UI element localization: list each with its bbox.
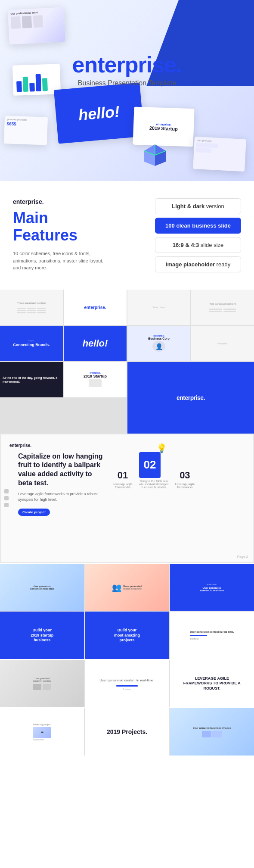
- badge-light-dark: Light & dark version: [155, 198, 241, 214]
- features-logo: enterprise.: [13, 198, 142, 205]
- features-heading: Main Features: [13, 209, 142, 244]
- slide-mockup-team: Our professional team: [8, 7, 65, 45]
- hero-section: Our professional team generated price ta…: [0, 0, 254, 181]
- hero-product-name: enterprise.: [72, 52, 182, 78]
- grid-item-two-paragraph: Two paragraph content: [191, 290, 254, 325]
- social-icon-1: [4, 489, 9, 493]
- slide-mockup-startup: enterprise. 2019 Startup: [133, 107, 195, 147]
- social-icon-2: [4, 496, 9, 500]
- startup-year: 2019 Startup: [149, 125, 178, 131]
- slide-mockup-hello: hello!: [54, 83, 144, 144]
- grid-item-empty-2: enterprise.: [191, 326, 254, 361]
- grid-item4-amazing-project: Amazing project 🖥️: [0, 708, 84, 756]
- hero-title: enterprise. Business Presentation Templa…: [72, 52, 182, 87]
- page-number: Page 2: [237, 555, 248, 559]
- features-section: enterprise. Main Features 10 color schem…: [0, 181, 254, 290]
- hero-title-text: enterprise: [72, 52, 176, 77]
- grid-item-enterprise-logo: enterprise.: [64, 290, 127, 325]
- lm-content-area: Capitalize on low hanging fruit to ident…: [18, 452, 253, 516]
- grid-item-startup-2019: enterprise. 2019 Startup: [64, 362, 127, 397]
- grid-item-empty-1: Project Items: [127, 290, 190, 325]
- grid-item2-user-gen-rt: User generated content in real-time. Bus…: [170, 612, 254, 659]
- grid-item2-user-gen-1: User generated content in real-time: [0, 564, 84, 611]
- hero-subtitle: Business Presentation Template: [72, 79, 182, 87]
- features-description: 10 color schemes, free icons & fonts,ani…: [13, 250, 142, 272]
- grid-item-enterprise-blue: enterprise.: [127, 362, 254, 433]
- grid-item2-user-gen-3: enterprise. User generated content in re…: [170, 564, 254, 611]
- hero-title-dot: .: [176, 52, 182, 77]
- badge-image-placeholder: Image placeholder ready: [155, 256, 241, 272]
- grid-item3-user-gen-rt: User generated content in real-time. Bus…: [85, 660, 169, 707]
- grid-item-connecting-brands: enterprise. Connecting Brands.: [0, 326, 63, 361]
- grid-item3-image-1: User generated content in real-time: [0, 660, 84, 707]
- lightbulb-icon: 💡: [156, 443, 167, 453]
- badge-100-slides: 100 clean business slide: [155, 218, 241, 234]
- slide-grid-2: User generated content in real-time 👥 Us…: [0, 564, 254, 659]
- badge-slide-size: 16:9 & 4:3 slide size: [155, 237, 241, 253]
- lm-logo: enterprise.: [9, 443, 31, 448]
- grid-item-three-paragraph: Three paragraph content: [0, 290, 63, 325]
- hello-text: hello!: [77, 102, 120, 124]
- lm-num-02: 02 Bring to the table winwin survival st…: [139, 452, 168, 489]
- features-left-panel: enterprise. Main Features 10 color schem…: [13, 198, 142, 272]
- lm-description: Leverage agile frameworks to provide a r…: [18, 491, 104, 503]
- grid-item2-build-startup: Build your2019 startupbusiness: [0, 612, 84, 659]
- lm-heading: Capitalize on low hanging fruit to ident…: [18, 452, 104, 488]
- grid-item-hello: hello!: [64, 326, 127, 361]
- large-mockup-section: enterprise. 💡 Capitalize on low hanging …: [0, 434, 254, 563]
- lm-social-icons: [4, 489, 9, 507]
- slide-grid-4: Amazing project 🖥️ 2019 Projects. Your a…: [0, 708, 254, 756]
- lm-numbers-block: 01 Leverage agileframeworks 02 Bring to …: [113, 452, 195, 489]
- slide-grid-1: Three paragraph content: [0, 290, 254, 434]
- grid-item4-2019-projects: 2019 Projects.: [85, 708, 169, 756]
- grid-item3-leverage: LEVERAGE AGILEFRAMEWORKS TO PROVIDE AROB…: [170, 660, 254, 707]
- grid-item2-build-projects: Build yourmost amazingprojects: [85, 612, 169, 659]
- features-heading-line2: Features: [13, 226, 77, 244]
- lm-num-01: 01 Leverage agileframeworks: [113, 470, 133, 489]
- social-icon-3: [4, 503, 9, 507]
- grid-item4-business-images: Your amazing business images: [170, 708, 254, 756]
- grid-item-dark-text: At the end of the day, going forward, a …: [0, 362, 63, 397]
- shape-3d-icon: [142, 142, 168, 168]
- slide-mockup-price: generated price table $655: [4, 116, 48, 145]
- slide-grid-3: User generated content in real-time User…: [0, 660, 254, 707]
- slide-mockup-user1: User-generated: [193, 137, 246, 172]
- features-right-panel: Light & dark version 100 clean business …: [155, 198, 241, 272]
- lm-text-block: Capitalize on low hanging fruit to ident…: [18, 452, 104, 516]
- lm-num-03: 03 Leverage agileframeworks: [175, 470, 195, 489]
- lm-create-btn[interactable]: Create project: [18, 509, 50, 516]
- features-heading-line1: Main: [13, 209, 48, 227]
- grid-item2-user-gen-2: 👥 User generated content in real-time: [85, 564, 169, 611]
- grid-item-business-corp: enterprise. Business Corp 👤: [127, 326, 190, 361]
